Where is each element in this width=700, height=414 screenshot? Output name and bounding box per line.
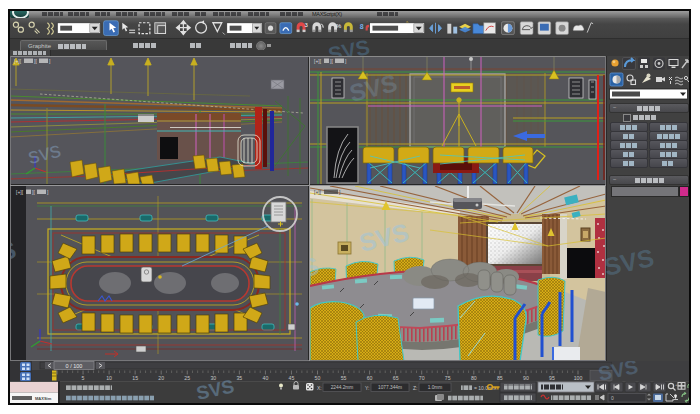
svg-text:60: 60 bbox=[367, 375, 373, 381]
svg-text:55: 55 bbox=[341, 375, 347, 381]
svg-text:80: 80 bbox=[471, 375, 477, 381]
svg-text:Y:: Y: bbox=[365, 385, 369, 391]
svg-text:25: 25 bbox=[184, 375, 190, 381]
svg-text:[+][: [+][ bbox=[16, 189, 24, 195]
svg-text:40: 40 bbox=[263, 375, 269, 381]
svg-text:50: 50 bbox=[315, 375, 321, 381]
svg-text:0: 0 bbox=[611, 395, 614, 401]
svg-text:65: 65 bbox=[393, 375, 399, 381]
svg-text:45: 45 bbox=[289, 375, 295, 381]
svg-text:0 / 100: 0 / 100 bbox=[66, 363, 83, 369]
svg-text:35: 35 bbox=[236, 375, 242, 381]
svg-text:Z:: Z: bbox=[413, 385, 417, 391]
svg-text:70: 70 bbox=[419, 375, 425, 381]
svg-text:1077.344m: 1077.344m bbox=[378, 385, 402, 390]
svg-text:3: 3 bbox=[305, 22, 309, 28]
svg-text:SVS: SVS bbox=[596, 361, 640, 385]
svg-text:[+][: [+][ bbox=[314, 189, 322, 195]
svg-text:8: 8 bbox=[360, 23, 364, 30]
svg-text:2244.2mm: 2244.2mm bbox=[331, 385, 354, 390]
svg-text:%: % bbox=[336, 23, 342, 29]
svg-text:X:: X: bbox=[317, 385, 322, 391]
svg-text:100: 100 bbox=[574, 375, 583, 381]
svg-text:[+][: [+][ bbox=[314, 58, 322, 64]
svg-text:5: 5 bbox=[82, 375, 85, 381]
svg-text:10: 10 bbox=[106, 375, 112, 381]
svg-text:15: 15 bbox=[132, 375, 138, 381]
svg-text:MAXSim: MAXSim bbox=[35, 396, 52, 401]
svg-text:1.0mm: 1.0mm bbox=[428, 385, 443, 390]
svg-text:95: 95 bbox=[549, 375, 555, 381]
svg-text:[+][: [+][ bbox=[14, 58, 22, 64]
svg-text:20: 20 bbox=[158, 375, 164, 381]
svg-text:85: 85 bbox=[497, 375, 503, 381]
svg-text:75: 75 bbox=[445, 375, 451, 381]
svg-text:90: 90 bbox=[523, 375, 529, 381]
